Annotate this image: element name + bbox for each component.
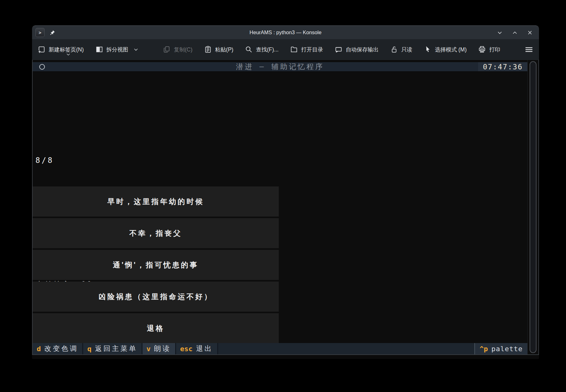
lock-open-icon xyxy=(390,46,398,53)
copy-button[interactable]: 复制(C) xyxy=(163,46,192,53)
printer-icon xyxy=(478,46,486,53)
record-circle-icon xyxy=(39,64,45,70)
key-label: 改变色调 xyxy=(44,344,78,353)
key-label: 返回主菜单 xyxy=(95,344,137,353)
menu-button[interactable] xyxy=(525,46,533,53)
split-view-icon xyxy=(95,46,103,53)
select-mode-label: 选择模式 (M) xyxy=(435,46,466,53)
new-tab-icon xyxy=(38,46,46,53)
copy-label: 复制(C) xyxy=(174,46,192,53)
folder-open-icon xyxy=(290,46,298,53)
key-hint: d xyxy=(37,345,41,353)
terminal-view: 潜进 — 辅助记忆程序 07:47:36 8/8 臣密言：臣以险衅，夙遭闵凶. … xyxy=(32,60,539,355)
key-hint: ^p xyxy=(480,345,488,353)
title-bar: > HeurAMS : python3 — Konsole xyxy=(32,25,539,39)
split-view-dropdown-icon[interactable] xyxy=(134,48,138,51)
terminal-tab-icon: > xyxy=(35,28,45,37)
search-icon xyxy=(245,46,253,53)
find-label: 查找(F)... xyxy=(256,46,278,53)
scrollbar-thumb[interactable] xyxy=(530,61,536,353)
auto-save-output-icon xyxy=(335,46,342,53)
tui-title: 潜进 — 辅助记忆程序 xyxy=(236,62,324,72)
new-tab-dropdown-icon[interactable] xyxy=(66,51,70,57)
option-button-2[interactable]: 不幸，指丧父 xyxy=(33,218,279,248)
print-label: 打印 xyxy=(489,46,500,53)
read-only-button[interactable]: 只读 xyxy=(390,46,412,53)
paste-icon xyxy=(204,46,212,53)
statusbar-key-esc[interactable]: esc 退出 xyxy=(176,343,218,354)
key-hint: esc xyxy=(180,345,193,353)
auto-save-output-button[interactable]: 自动保存输出 xyxy=(335,46,379,53)
key-label: 朗读 xyxy=(154,344,171,353)
paste-button[interactable]: 粘贴(P) xyxy=(204,46,233,53)
tui-header: 潜进 — 辅助记忆程序 07:47:36 xyxy=(33,62,527,71)
toolbar: 新建标签页(N) 拆分视图 复制(C) xyxy=(32,39,539,60)
statusbar-key-d[interactable]: d 改变色调 xyxy=(33,343,83,354)
new-tab-button[interactable]: 新建标签页(N) xyxy=(38,46,84,53)
find-button[interactable]: 查找(F)... xyxy=(245,46,278,53)
option-button-4[interactable]: 凶险祸患（这里指命运不好） xyxy=(33,282,279,312)
option-button-3[interactable]: 通'悯'，指可忧患的事 xyxy=(33,250,279,280)
open-directory-label: 打开目录 xyxy=(301,46,323,53)
maximize-button[interactable] xyxy=(511,29,518,36)
option-list: 早时，这里指年幼的时候 不幸，指丧父 通'悯'，指可忧患的事 凶险祸患（这里指命… xyxy=(33,186,279,343)
key-label: palette xyxy=(491,345,523,353)
key-hint: q xyxy=(87,345,91,353)
auto-save-output-label: 自动保存输出 xyxy=(346,46,379,53)
konsole-window: > HeurAMS : python3 — Konsole xyxy=(32,25,539,359)
key-label: 退出 xyxy=(196,344,213,353)
paste-label: 粘贴(P) xyxy=(215,46,233,53)
split-view-label: 拆分视图 xyxy=(106,46,128,53)
print-button[interactable]: 打印 xyxy=(478,46,500,53)
hamburger-icon xyxy=(525,46,533,53)
minimize-button[interactable] xyxy=(496,29,503,36)
window-title: HeurAMS : python3 — Konsole xyxy=(250,30,321,35)
copy-icon xyxy=(163,46,171,53)
statusbar-key-q[interactable]: q 返回主菜单 xyxy=(83,343,142,354)
key-hint: v xyxy=(147,345,151,353)
option-button-1[interactable]: 早时，这里指年幼的时候 xyxy=(33,186,279,217)
status-bar: d 改变色调 q 返回主菜单 v 朗读 esc 退出 ^p palette xyxy=(33,343,527,354)
open-directory-button[interactable]: 打开目录 xyxy=(290,46,323,53)
split-view-button[interactable]: 拆分视图 xyxy=(95,46,138,53)
select-mode-button[interactable]: 选择模式 (M) xyxy=(424,46,466,53)
progress-line: 8/8 xyxy=(35,155,160,166)
statusbar-palette[interactable]: ^p palette xyxy=(474,343,527,354)
read-only-label: 只读 xyxy=(401,46,412,53)
option-button-backspace[interactable]: 退格 xyxy=(33,313,279,343)
statusbar-key-v[interactable]: v 朗读 xyxy=(143,343,176,354)
close-button[interactable] xyxy=(526,29,533,36)
scrollbar-track[interactable] xyxy=(527,60,538,354)
pin-icon[interactable] xyxy=(49,30,56,36)
tui-clock: 07:47:36 xyxy=(478,62,527,71)
select-cursor-icon xyxy=(424,46,432,53)
